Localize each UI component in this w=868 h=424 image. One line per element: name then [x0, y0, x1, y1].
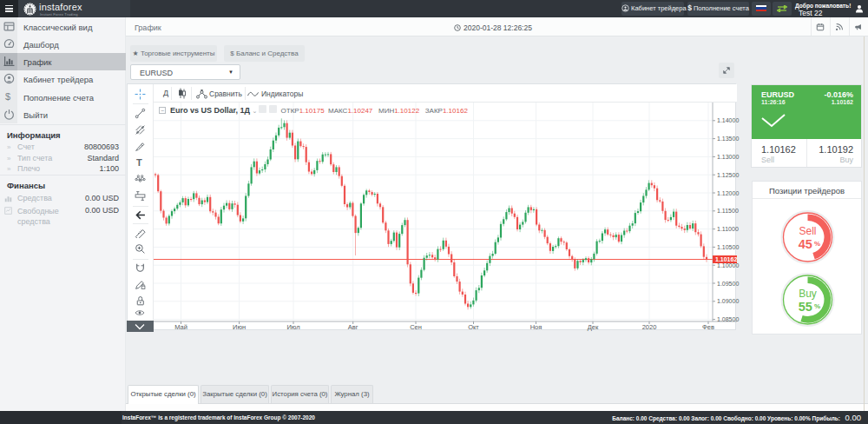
svg-text:1.13000: 1.13000 [717, 154, 739, 160]
svg-text:1.11500: 1.11500 [717, 208, 739, 214]
svg-text:Sell: Sell [799, 225, 816, 237]
svg-text:Авг: Авг [348, 323, 358, 331]
svg-text:Июл: Июл [286, 323, 299, 331]
svg-text:Ноя: Ноя [530, 323, 542, 331]
svg-text:1.14000: 1.14000 [717, 117, 739, 123]
svg-text:1.12500: 1.12500 [717, 172, 739, 178]
svg-text:1.08500: 1.08500 [717, 316, 739, 322]
svg-text:2020: 2020 [642, 323, 657, 331]
svg-text:1.11000: 1.11000 [717, 226, 739, 232]
svg-text:Май: Май [174, 323, 187, 331]
svg-text:Фев: Фев [702, 323, 714, 331]
svg-text:Июн: Июн [233, 323, 246, 331]
svg-text:1.09000: 1.09000 [717, 298, 739, 304]
svg-text:Дек: Дек [588, 323, 599, 331]
svg-text:Сен: Сен [410, 323, 422, 331]
svg-text:1.10162: 1.10162 [715, 256, 737, 262]
svg-text:1.09500: 1.09500 [717, 281, 739, 287]
svg-text:1.10500: 1.10500 [717, 244, 739, 250]
svg-text:Окт: Окт [468, 323, 479, 331]
svg-text:Buy: Buy [799, 288, 817, 300]
svg-text:1.13500: 1.13500 [717, 136, 739, 142]
svg-text:1.12000: 1.12000 [717, 190, 739, 196]
